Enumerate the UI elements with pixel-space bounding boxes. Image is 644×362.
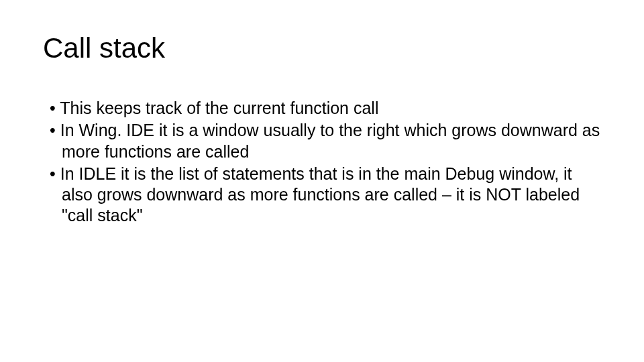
slide-container: Call stack This keeps track of the curre… bbox=[0, 0, 644, 362]
bullet-list: This keeps track of the current function… bbox=[43, 98, 601, 227]
list-item: In IDLE it is the list of statements tha… bbox=[43, 164, 601, 227]
list-item: In Wing. IDE it is a window usually to t… bbox=[43, 120, 601, 162]
slide-title: Call stack bbox=[43, 32, 601, 64]
list-item: This keeps track of the current function… bbox=[43, 98, 601, 119]
